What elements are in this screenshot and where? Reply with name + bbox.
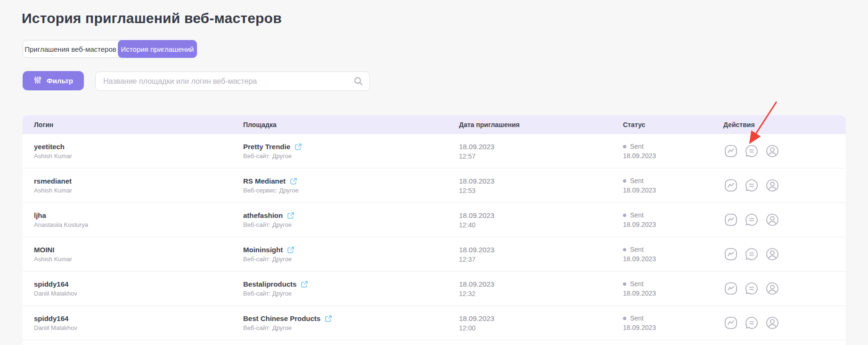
status-dot bbox=[623, 317, 626, 320]
webmaster-name: Ashish Kumar bbox=[34, 152, 243, 160]
user-button[interactable] bbox=[765, 281, 780, 296]
site-cell: athefashion Веб-сайт: Другое bbox=[243, 211, 459, 228]
chat-icon bbox=[744, 222, 759, 229]
status-text: Sent bbox=[630, 246, 644, 253]
actions-cell bbox=[723, 281, 846, 296]
actions-cell bbox=[723, 247, 846, 262]
site-type: Веб-сайт: Другое bbox=[243, 324, 459, 331]
login-cell: MOINI Ashish Kumar bbox=[23, 246, 243, 263]
date-cell: 18.09.2023 12:53 bbox=[459, 177, 623, 194]
chat-button[interactable] bbox=[744, 144, 759, 159]
user-icon bbox=[765, 290, 780, 297]
table-row: rsmedianet Ashish Kumar RS Medianet Веб-… bbox=[23, 168, 846, 203]
login-text: spiddy164 bbox=[34, 280, 243, 288]
status-date: 18.09.2023 bbox=[623, 186, 723, 194]
status-dot bbox=[623, 145, 626, 148]
chat-button[interactable] bbox=[744, 212, 759, 227]
stats-icon bbox=[723, 325, 738, 332]
site-name: athefashion bbox=[243, 211, 283, 219]
tab-invitations[interactable]: Приглашения веб-мастеров bbox=[23, 40, 118, 57]
login-text: rsmedianet bbox=[34, 177, 243, 185]
login-text: spiddy164 bbox=[34, 314, 243, 322]
webmaster-name: Anastasiia Kosturya bbox=[34, 221, 243, 228]
date-cell: 18.09.2023 12:32 bbox=[459, 280, 623, 297]
status-cell: Sent 18.09.2023 bbox=[623, 211, 723, 228]
chat-icon bbox=[744, 256, 759, 263]
actions-cell bbox=[723, 212, 846, 227]
chat-button[interactable] bbox=[744, 247, 759, 262]
invite-time: 12:53 bbox=[459, 187, 623, 194]
status-cell: Sent 18.09.2023 bbox=[623, 246, 723, 263]
external-link-icon[interactable] bbox=[295, 143, 302, 151]
stats-icon bbox=[723, 290, 738, 297]
invite-date: 18.09.2023 bbox=[459, 143, 623, 151]
date-cell: 18.09.2023 12:57 bbox=[459, 143, 623, 160]
status-text: Sent bbox=[630, 280, 644, 288]
webmaster-name: Ashish Kumar bbox=[34, 256, 243, 263]
table-row: MOINI Ashish Kumar Moininsight Веб-сайт:… bbox=[23, 237, 846, 272]
table-header: Логин Площадка Дата приглашения Статус Д… bbox=[23, 115, 846, 134]
chat-icon bbox=[744, 187, 759, 194]
chat-button[interactable] bbox=[744, 315, 759, 330]
chat-icon bbox=[744, 290, 759, 297]
date-cell: 18.09.2023 12:37 bbox=[459, 246, 623, 263]
filter-button-label: Фильтр bbox=[47, 77, 73, 85]
invite-time: 12:00 bbox=[459, 324, 623, 332]
stats-icon bbox=[723, 187, 738, 194]
stats-button[interactable] bbox=[723, 178, 738, 193]
chat-button[interactable] bbox=[744, 178, 759, 193]
webmaster-name: Daniil Malakhov bbox=[34, 290, 243, 297]
stats-button[interactable] bbox=[723, 212, 738, 227]
site-type: Веб-сайт: Другое bbox=[243, 221, 459, 228]
status-text: Sent bbox=[630, 211, 644, 219]
invite-time: 12:32 bbox=[459, 290, 623, 297]
table-body: yeetitech Ashish Kumar Pretty Trendie Ве… bbox=[23, 134, 846, 340]
invitations-table: Логин Площадка Дата приглашения Статус Д… bbox=[23, 115, 846, 345]
external-link-icon[interactable] bbox=[325, 315, 332, 322]
status-dot bbox=[623, 179, 626, 183]
stats-icon bbox=[723, 153, 738, 160]
login-cell: yeetitech Ashish Kumar bbox=[23, 143, 243, 160]
column-header-status: Статус bbox=[623, 121, 723, 128]
external-link-icon[interactable] bbox=[287, 212, 295, 219]
external-link-icon[interactable] bbox=[301, 281, 308, 288]
chat-button[interactable] bbox=[744, 281, 759, 296]
site-name: Bestaliproducts bbox=[243, 280, 296, 288]
filter-button[interactable]: Фильтр bbox=[23, 71, 84, 90]
stats-button[interactable] bbox=[723, 315, 738, 330]
external-link-icon[interactable] bbox=[287, 246, 295, 254]
invite-time: 12:37 bbox=[459, 256, 623, 263]
user-button[interactable] bbox=[765, 144, 780, 159]
user-icon bbox=[765, 325, 780, 332]
stats-button[interactable] bbox=[723, 281, 738, 296]
magnifier-icon bbox=[353, 76, 363, 86]
user-button[interactable] bbox=[765, 315, 780, 330]
status-cell: Sent 18.09.2023 bbox=[623, 280, 723, 297]
status-cell: Sent 18.09.2023 bbox=[623, 177, 723, 194]
column-header-site: Площадка bbox=[243, 121, 459, 128]
column-header-login: Логин bbox=[23, 121, 243, 128]
actions-cell bbox=[723, 315, 846, 330]
date-cell: 18.09.2023 12:00 bbox=[459, 314, 623, 332]
user-icon bbox=[765, 256, 780, 263]
external-link-icon[interactable] bbox=[290, 177, 297, 185]
status-text: Sent bbox=[630, 314, 644, 322]
user-button[interactable] bbox=[765, 212, 780, 227]
invite-date: 18.09.2023 bbox=[459, 314, 623, 322]
stats-button[interactable] bbox=[723, 247, 738, 262]
user-button[interactable] bbox=[765, 247, 780, 262]
user-button[interactable] bbox=[765, 178, 780, 193]
table-row: spiddy164 Daniil Malakhov Bestaliproduct… bbox=[23, 272, 846, 306]
site-type: Веб-сайт: Другое bbox=[243, 290, 459, 297]
stats-button[interactable] bbox=[723, 144, 738, 159]
table-row: spiddy164 Daniil Malakhov Best Chinese P… bbox=[23, 306, 846, 340]
column-header-actions: Действия bbox=[723, 121, 846, 128]
site-cell: Pretty Trendie Веб-сайт: Другое bbox=[243, 143, 459, 160]
invite-date: 18.09.2023 bbox=[459, 211, 623, 219]
site-type: Веб-сайт: Другое bbox=[243, 256, 459, 263]
invite-date: 18.09.2023 bbox=[459, 280, 623, 288]
status-cell: Sent 18.09.2023 bbox=[623, 314, 723, 331]
tab-history[interactable]: История приглашений bbox=[118, 40, 197, 58]
invite-date: 18.09.2023 bbox=[459, 246, 623, 254]
search-input[interactable] bbox=[95, 72, 370, 91]
